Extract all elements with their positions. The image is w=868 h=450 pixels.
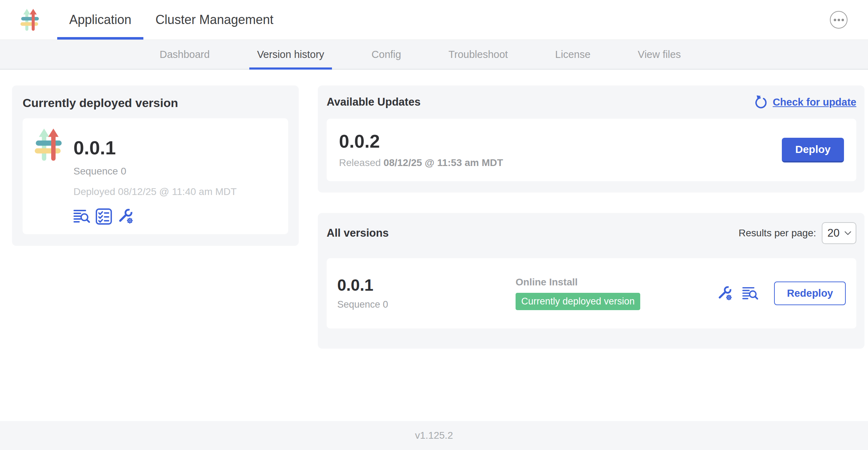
released-prefix: Released	[339, 157, 381, 168]
all-versions-panel: All versions Results per page: 20 0.0.1 …	[318, 213, 864, 349]
app-sub-nav: Dashboard Version history Config Trouble…	[0, 40, 868, 70]
config-icon[interactable]	[717, 285, 733, 302]
available-updates-panel: Available Updates Check for update 0.0.2…	[318, 85, 864, 193]
deploy-button[interactable]: Deploy	[782, 138, 844, 162]
currently-deployed-panel: Currently deployed version 0.0.1 Sequenc…	[12, 85, 299, 246]
install-type-label: Online Install	[516, 277, 578, 288]
tab-dashboard[interactable]: Dashboard	[152, 40, 218, 69]
tab-application[interactable]: Application	[57, 0, 143, 40]
chevron-down-icon	[844, 231, 851, 236]
app-logo-icon	[19, 8, 41, 31]
row-install-info: Online Install Currently deployed versio…	[516, 277, 640, 310]
currently-deployed-badge: Currently deployed version	[516, 293, 640, 310]
deployed-version-actions	[73, 208, 237, 225]
row-version-info: 0.0.1 Sequence 0	[337, 277, 516, 310]
app-footer: v1.125.2	[0, 421, 868, 450]
deployed-sequence: Sequence 0	[73, 166, 237, 177]
results-per-page-value: 20	[827, 227, 839, 239]
results-per-page-label: Results per page:	[739, 227, 816, 239]
row-actions: Redeploy	[717, 282, 846, 305]
tab-view-files[interactable]: View files	[630, 40, 689, 69]
diff-icon[interactable]	[73, 208, 90, 225]
refresh-icon[interactable]	[754, 95, 768, 109]
row-version-number: 0.0.1	[337, 277, 516, 294]
top-nav-spacer	[285, 0, 830, 40]
tab-cluster-management[interactable]: Cluster Management	[143, 0, 285, 40]
right-column: Available Updates Check for update 0.0.2…	[318, 85, 864, 349]
top-nav: Application Cluster Management	[0, 0, 868, 40]
available-update-card: 0.0.2 Released 08/12/25 @ 11:53 am MDT D…	[327, 119, 856, 181]
app-logo	[19, 8, 41, 31]
currently-deployed-title: Currently deployed version	[23, 96, 288, 110]
released-date: 08/12/25 @ 11:53 am MDT	[384, 157, 503, 168]
update-released-timestamp: Released 08/12/25 @ 11:53 am MDT	[339, 157, 503, 168]
available-updates-title: Available Updates	[327, 96, 421, 108]
deployed-timestamp: Deployed 08/12/25 @ 11:40 am MDT	[73, 186, 237, 197]
all-versions-title: All versions	[327, 227, 389, 239]
available-update-info: 0.0.2 Released 08/12/25 @ 11:53 am MDT	[339, 132, 503, 168]
config-icon[interactable]	[117, 208, 134, 225]
tab-config[interactable]: Config	[364, 40, 409, 69]
diff-icon[interactable]	[742, 285, 759, 302]
tab-version-history[interactable]: Version history	[249, 40, 332, 69]
deployed-version-number: 0.0.1	[73, 137, 237, 158]
top-nav-tabs: Application Cluster Management	[57, 0, 285, 40]
tab-license[interactable]: License	[547, 40, 598, 69]
row-sequence: Sequence 0	[337, 299, 516, 310]
version-row: 0.0.1 Sequence 0 Online Install Currentl…	[327, 258, 856, 328]
results-per-page-select[interactable]: 20	[822, 222, 856, 244]
main-content: Currently deployed version 0.0.1 Sequenc…	[0, 70, 868, 349]
console-version: v1.125.2	[415, 430, 453, 441]
deployed-version-card: 0.0.1 Sequence 0 Deployed 08/12/25 @ 11:…	[23, 118, 288, 234]
preflight-checks-icon[interactable]	[95, 208, 112, 225]
update-version-number: 0.0.2	[339, 132, 503, 151]
ellipsis-menu-icon[interactable]	[830, 11, 848, 29]
deployed-version-info: 0.0.1 Sequence 0 Deployed 08/12/25 @ 11:…	[73, 128, 237, 225]
tab-troubleshoot[interactable]: Troubleshoot	[441, 40, 516, 69]
app-logo-icon	[33, 128, 64, 162]
redeploy-button[interactable]: Redeploy	[774, 282, 846, 305]
check-for-update-link[interactable]: Check for update	[773, 96, 856, 108]
